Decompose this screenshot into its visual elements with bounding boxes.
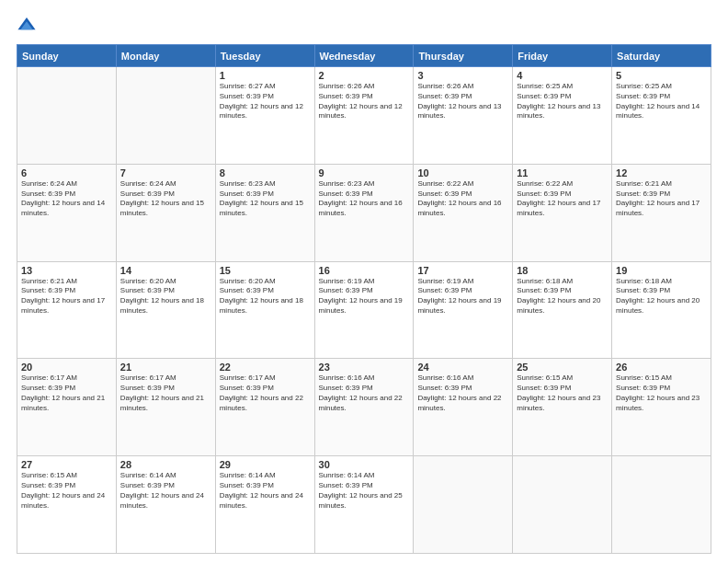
day-number: 15 <box>220 265 311 276</box>
day-number: 1 <box>220 70 311 81</box>
header <box>17 17 711 35</box>
day-info: Sunrise: 6:15 AMSunset: 6:39 PMDaylight:… <box>21 471 112 511</box>
day-number: 25 <box>517 362 608 373</box>
day-number: 8 <box>220 167 311 178</box>
table-row: 4Sunrise: 6:25 AMSunset: 6:39 PMDaylight… <box>513 67 612 165</box>
table-row: 17Sunrise: 6:19 AMSunset: 6:39 PMDayligh… <box>414 261 513 359</box>
day-info: Sunrise: 6:20 AMSunset: 6:39 PMDaylight:… <box>220 277 311 316</box>
day-number: 2 <box>319 70 410 81</box>
day-number: 20 <box>21 362 112 373</box>
col-wednesday: Wednesday <box>314 45 414 67</box>
table-row: 15Sunrise: 6:20 AMSunset: 6:39 PMDayligh… <box>215 261 314 359</box>
col-friday: Friday <box>513 45 612 67</box>
day-info: Sunrise: 6:22 AMSunset: 6:39 PMDaylight:… <box>517 179 608 219</box>
day-number: 16 <box>319 265 410 276</box>
day-number: 28 <box>120 459 211 470</box>
table-row <box>116 67 215 165</box>
col-thursday: Thursday <box>414 45 513 67</box>
table-row: 9Sunrise: 6:23 AMSunset: 6:39 PMDaylight… <box>314 164 414 261</box>
table-row: 19Sunrise: 6:18 AMSunset: 6:39 PMDayligh… <box>612 261 711 359</box>
day-info: Sunrise: 6:24 AMSunset: 6:39 PMDaylight:… <box>21 179 112 219</box>
day-number: 19 <box>616 265 707 276</box>
table-row: 12Sunrise: 6:21 AMSunset: 6:39 PMDayligh… <box>612 164 711 261</box>
day-info: Sunrise: 6:19 AMSunset: 6:39 PMDaylight:… <box>417 277 508 316</box>
table-row: 28Sunrise: 6:14 AMSunset: 6:39 PMDayligh… <box>116 456 215 554</box>
table-row: 6Sunrise: 6:24 AMSunset: 6:39 PMDaylight… <box>17 164 117 261</box>
day-number: 3 <box>417 70 508 81</box>
table-row <box>513 456 612 554</box>
calendar-week-row: 20Sunrise: 6:17 AMSunset: 6:39 PMDayligh… <box>17 359 711 456</box>
calendar-week-row: 27Sunrise: 6:15 AMSunset: 6:39 PMDayligh… <box>17 456 711 554</box>
table-row: 14Sunrise: 6:20 AMSunset: 6:39 PMDayligh… <box>116 261 215 359</box>
day-number: 22 <box>220 362 311 373</box>
table-row: 23Sunrise: 6:16 AMSunset: 6:39 PMDayligh… <box>314 359 414 456</box>
day-info: Sunrise: 6:23 AMSunset: 6:39 PMDaylight:… <box>319 179 410 219</box>
day-number: 6 <box>21 167 112 178</box>
table-row <box>414 456 513 554</box>
table-row: 24Sunrise: 6:16 AMSunset: 6:39 PMDayligh… <box>414 359 513 456</box>
table-row: 2Sunrise: 6:26 AMSunset: 6:39 PMDaylight… <box>314 67 414 165</box>
day-number: 23 <box>319 362 410 373</box>
day-number: 26 <box>616 362 707 373</box>
calendar-header-row: Sunday Monday Tuesday Wednesday Thursday… <box>17 45 711 67</box>
table-row: 20Sunrise: 6:17 AMSunset: 6:39 PMDayligh… <box>17 359 117 456</box>
day-info: Sunrise: 6:21 AMSunset: 6:39 PMDaylight:… <box>616 179 707 219</box>
table-row <box>17 67 117 165</box>
day-info: Sunrise: 6:25 AMSunset: 6:39 PMDaylight:… <box>616 82 707 121</box>
day-info: Sunrise: 6:27 AMSunset: 6:39 PMDaylight:… <box>220 82 311 121</box>
calendar-week-row: 13Sunrise: 6:21 AMSunset: 6:39 PMDayligh… <box>17 261 711 359</box>
day-info: Sunrise: 6:16 AMSunset: 6:39 PMDaylight:… <box>319 373 410 413</box>
day-info: Sunrise: 6:17 AMSunset: 6:39 PMDaylight:… <box>120 373 211 413</box>
table-row: 13Sunrise: 6:21 AMSunset: 6:39 PMDayligh… <box>17 261 117 359</box>
table-row: 21Sunrise: 6:17 AMSunset: 6:39 PMDayligh… <box>116 359 215 456</box>
col-tuesday: Tuesday <box>215 45 314 67</box>
day-info: Sunrise: 6:22 AMSunset: 6:39 PMDaylight:… <box>417 179 508 219</box>
calendar-week-row: 1Sunrise: 6:27 AMSunset: 6:39 PMDaylight… <box>17 67 711 165</box>
day-number: 18 <box>517 265 608 276</box>
table-row: 26Sunrise: 6:15 AMSunset: 6:39 PMDayligh… <box>612 359 711 456</box>
logo-icon <box>17 15 37 35</box>
day-number: 17 <box>417 265 508 276</box>
table-row: 7Sunrise: 6:24 AMSunset: 6:39 PMDaylight… <box>116 164 215 261</box>
day-number: 29 <box>220 459 311 470</box>
day-number: 24 <box>417 362 508 373</box>
table-row: 29Sunrise: 6:14 AMSunset: 6:39 PMDayligh… <box>215 456 314 554</box>
day-info: Sunrise: 6:23 AMSunset: 6:39 PMDaylight:… <box>220 179 311 219</box>
table-row: 3Sunrise: 6:26 AMSunset: 6:39 PMDaylight… <box>414 67 513 165</box>
table-row: 25Sunrise: 6:15 AMSunset: 6:39 PMDayligh… <box>513 359 612 456</box>
table-row: 22Sunrise: 6:17 AMSunset: 6:39 PMDayligh… <box>215 359 314 456</box>
day-number: 5 <box>616 70 707 81</box>
table-row: 11Sunrise: 6:22 AMSunset: 6:39 PMDayligh… <box>513 164 612 261</box>
day-number: 12 <box>616 167 707 178</box>
day-info: Sunrise: 6:14 AMSunset: 6:39 PMDaylight:… <box>120 471 211 511</box>
day-info: Sunrise: 6:19 AMSunset: 6:39 PMDaylight:… <box>319 277 410 316</box>
page: Sunday Monday Tuesday Wednesday Thursday… <box>0 0 728 563</box>
day-info: Sunrise: 6:15 AMSunset: 6:39 PMDaylight:… <box>517 373 608 413</box>
day-info: Sunrise: 6:25 AMSunset: 6:39 PMDaylight:… <box>517 82 608 121</box>
day-info: Sunrise: 6:17 AMSunset: 6:39 PMDaylight:… <box>21 373 112 413</box>
day-number: 21 <box>120 362 211 373</box>
calendar-week-row: 6Sunrise: 6:24 AMSunset: 6:39 PMDaylight… <box>17 164 711 261</box>
table-row <box>612 456 711 554</box>
day-number: 4 <box>517 70 608 81</box>
day-number: 11 <box>517 167 608 178</box>
day-number: 27 <box>21 459 112 470</box>
day-info: Sunrise: 6:21 AMSunset: 6:39 PMDaylight:… <box>21 277 112 316</box>
table-row: 5Sunrise: 6:25 AMSunset: 6:39 PMDaylight… <box>612 67 711 165</box>
table-row: 27Sunrise: 6:15 AMSunset: 6:39 PMDayligh… <box>17 456 117 554</box>
day-info: Sunrise: 6:16 AMSunset: 6:39 PMDaylight:… <box>417 373 508 413</box>
logo <box>17 17 39 35</box>
day-number: 9 <box>319 167 410 178</box>
day-info: Sunrise: 6:26 AMSunset: 6:39 PMDaylight:… <box>417 82 508 121</box>
day-info: Sunrise: 6:18 AMSunset: 6:39 PMDaylight:… <box>517 277 608 316</box>
day-info: Sunrise: 6:20 AMSunset: 6:39 PMDaylight:… <box>120 277 211 316</box>
table-row: 18Sunrise: 6:18 AMSunset: 6:39 PMDayligh… <box>513 261 612 359</box>
day-info: Sunrise: 6:24 AMSunset: 6:39 PMDaylight:… <box>120 179 211 219</box>
day-number: 10 <box>417 167 508 178</box>
day-number: 7 <box>120 167 211 178</box>
col-sunday: Sunday <box>17 45 117 67</box>
day-info: Sunrise: 6:18 AMSunset: 6:39 PMDaylight:… <box>616 277 707 316</box>
day-info: Sunrise: 6:14 AMSunset: 6:39 PMDaylight:… <box>319 471 410 511</box>
table-row: 16Sunrise: 6:19 AMSunset: 6:39 PMDayligh… <box>314 261 414 359</box>
day-number: 14 <box>120 265 211 276</box>
